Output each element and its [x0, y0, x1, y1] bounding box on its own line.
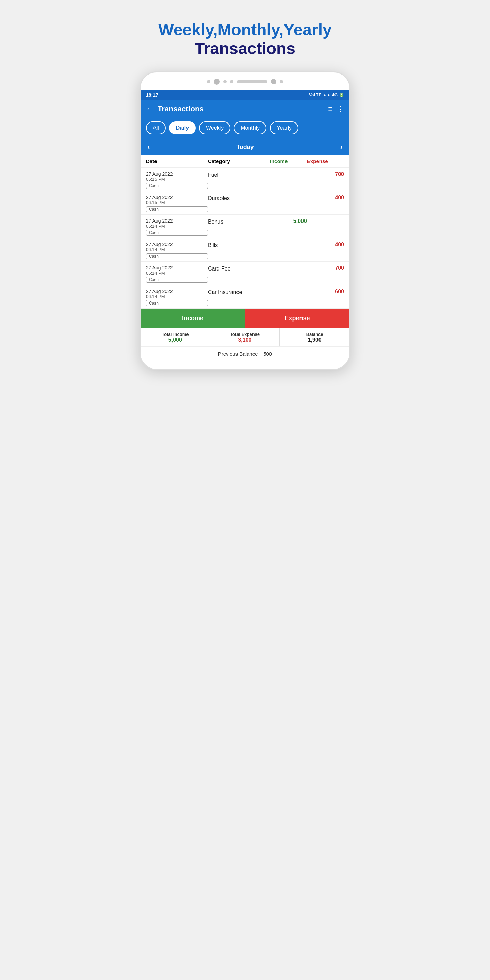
page-header: Weekly,Monthly,Yearly Transactions — [158, 21, 332, 58]
phone-dot-5 — [280, 80, 283, 83]
table-row: 27 Aug 2022 06:14 PM Cash Bills 400 — [140, 238, 350, 262]
phone-speaker — [237, 80, 267, 83]
prev-balance-value: 500 — [263, 351, 272, 356]
total-expense-label: Total Expense — [214, 332, 276, 337]
phone-dot-2 — [214, 79, 220, 85]
table-row: 27 Aug 2022 06:15 PM Cash Durables 400 — [140, 191, 350, 215]
current-date-label: Today — [236, 143, 254, 151]
phone-dot-4 — [230, 80, 234, 83]
filter-bar: AllDailyWeeklyMonthlyYearly — [140, 118, 350, 139]
battery-icon: 🔋 — [339, 92, 344, 97]
page-title-line2: Transactions — [158, 39, 332, 58]
category-cell: Bonus — [208, 218, 270, 225]
summary-row: Total Income 5,000 Total Expense 3,100 B… — [140, 328, 350, 347]
table-row: 27 Aug 2022 06:14 PM Cash Car Insurance … — [140, 285, 350, 309]
table-header: Date Category Income Expense — [140, 155, 350, 168]
col-category: Category — [208, 158, 270, 164]
volte-icon: VoLTE — [309, 92, 321, 97]
total-income-cell: Total Income 5,000 — [140, 328, 210, 347]
col-expense: Expense — [307, 158, 344, 164]
category-cell: Fuel — [208, 171, 270, 178]
date-cell: 27 Aug 2022 06:14 PM Cash — [146, 265, 208, 283]
category-cell: Card Fee — [208, 265, 270, 272]
date-cell: 27 Aug 2022 06:14 PM Cash — [146, 288, 208, 306]
col-date: Date — [146, 158, 208, 164]
phone-dot-1 — [207, 80, 210, 83]
date-cell: 27 Aug 2022 06:14 PM Cash — [146, 242, 208, 259]
phone-mockup: 18:17 VoLTE ▲▲ 4G 🔋 ← Transactions ≡ ⋮ A… — [140, 72, 350, 370]
more-button[interactable]: ⋮ — [337, 105, 344, 113]
filter-btn-daily[interactable]: Daily — [169, 121, 196, 134]
expense-button[interactable]: Expense — [245, 309, 350, 328]
expense-cell: 700 — [307, 265, 344, 271]
expense-cell: 700 — [307, 171, 344, 177]
phone-top-bar — [140, 79, 350, 90]
phone-bottom — [140, 361, 350, 369]
total-expense-value: 3,100 — [214, 337, 276, 343]
date-navigation: ‹ Today › — [140, 139, 350, 155]
balance-cell: Balance 1,900 — [280, 328, 350, 347]
income-button[interactable]: Income — [140, 309, 245, 328]
status-bar: 18:17 VoLTE ▲▲ 4G 🔋 — [140, 90, 350, 100]
total-income-label: Total Income — [144, 332, 207, 337]
page-title-line1: Weekly,Monthly,Yearly — [158, 21, 332, 39]
expense-cell: 400 — [307, 195, 344, 201]
balance-label: Balance — [283, 332, 346, 337]
app-title: Transactions — [158, 105, 324, 113]
date-cell: 27 Aug 2022 06:15 PM Cash — [146, 195, 208, 212]
table-row: 27 Aug 2022 06:14 PM Cash Card Fee 700 — [140, 262, 350, 285]
next-date-button[interactable]: › — [340, 143, 343, 151]
balance-value: 1,900 — [283, 337, 346, 343]
expense-cell: 600 — [307, 288, 344, 295]
status-icons: VoLTE ▲▲ 4G 🔋 — [309, 92, 344, 97]
phone-camera — [271, 79, 276, 84]
category-cell: Bills — [208, 242, 270, 248]
total-income-value: 5,000 — [144, 337, 207, 343]
app-header: ← Transactions ≡ ⋮ — [140, 100, 350, 118]
back-button[interactable]: ← — [146, 105, 153, 113]
filter-btn-all[interactable]: All — [146, 121, 166, 134]
col-income: Income — [270, 158, 307, 164]
total-expense-cell: Total Expense 3,100 — [210, 328, 280, 347]
table-row: 27 Aug 2022 06:15 PM Cash Fuel 700 — [140, 168, 350, 191]
table-row: 27 Aug 2022 06:14 PM Cash Bonus 5,000 — [140, 215, 350, 238]
category-cell: Car Insurance — [208, 288, 270, 295]
bottom-buttons: Income Expense — [140, 309, 350, 328]
filter-btn-yearly[interactable]: Yearly — [270, 121, 298, 134]
prev-date-button[interactable]: ‹ — [147, 143, 150, 151]
date-cell: 27 Aug 2022 06:14 PM Cash — [146, 218, 208, 236]
prev-balance-label: Previous Balance — [218, 351, 258, 356]
transactions-list: 27 Aug 2022 06:15 PM Cash Fuel 700 27 Au… — [140, 168, 350, 309]
phone-dot-3 — [223, 80, 227, 83]
expense-cell: 400 — [307, 242, 344, 248]
prev-balance-row: Previous Balance 500 — [140, 347, 350, 361]
menu-button[interactable]: ≡ — [328, 105, 332, 113]
category-cell: Durables — [208, 195, 270, 202]
income-cell: 5,000 — [270, 218, 307, 224]
network-icon: 4G — [332, 92, 337, 97]
date-cell: 27 Aug 2022 06:15 PM Cash — [146, 171, 208, 189]
signal-icon: ▲▲ — [323, 92, 331, 97]
filter-btn-monthly[interactable]: Monthly — [234, 121, 266, 134]
filter-btn-weekly[interactable]: Weekly — [199, 121, 231, 134]
status-time: 18:17 — [146, 92, 158, 98]
